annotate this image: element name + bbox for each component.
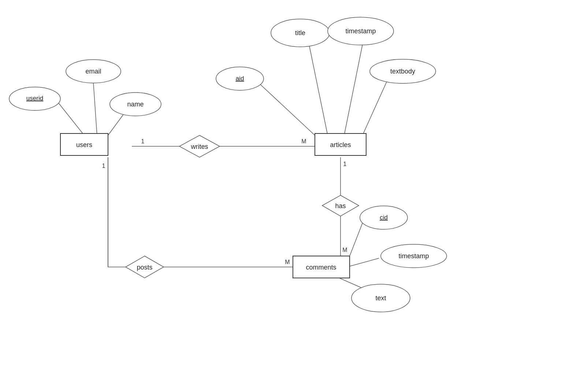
- attribute-aid-label: aid: [236, 75, 244, 82]
- connector-userid-users: [57, 102, 84, 135]
- connector-aid-articles: [260, 84, 315, 135]
- connector-cid-comments: [350, 223, 362, 256]
- attribute-cid-label: cid: [380, 214, 388, 221]
- connector-timestamp-articles: [344, 45, 362, 135]
- connector-email-users: [93, 83, 97, 135]
- attribute-email-label: email: [85, 68, 101, 75]
- er-diagram: 1 M 1 M 1 M users articles comments writ…: [0, 0, 588, 365]
- attribute-timestamp-comments-label: timestamp: [398, 252, 429, 260]
- attribute-text-label: text: [375, 294, 386, 302]
- entity-articles-label: articles: [330, 141, 351, 148]
- card-posts-comments-m: M: [285, 259, 290, 265]
- attribute-title-label: title: [295, 29, 305, 37]
- connector-timestamp-com-comments: [350, 258, 379, 266]
- relationship-writes-label: writes: [190, 143, 208, 150]
- entity-users-label: users: [76, 141, 92, 148]
- card-articles-has-1: 1: [343, 161, 347, 167]
- attribute-textbody-label: textbody: [390, 68, 415, 75]
- attribute-timestamp-articles-label: timestamp: [345, 27, 376, 35]
- card-users-posts-1: 1: [102, 163, 105, 169]
- attribute-userid-label: userid: [26, 95, 43, 102]
- card-has-comments-m: M: [342, 247, 347, 253]
- relationship-has-label: has: [335, 202, 346, 210]
- connector-users-posts: [108, 157, 127, 267]
- attribute-name-label: name: [127, 101, 144, 108]
- connector-title-articles: [309, 46, 328, 135]
- entity-comments-label: comments: [306, 264, 336, 271]
- connector-textbody-articles: [362, 79, 388, 135]
- relationship-posts-label: posts: [137, 264, 152, 271]
- card-users-writes-1: 1: [141, 138, 145, 144]
- card-writes-articles-m: M: [301, 138, 306, 144]
